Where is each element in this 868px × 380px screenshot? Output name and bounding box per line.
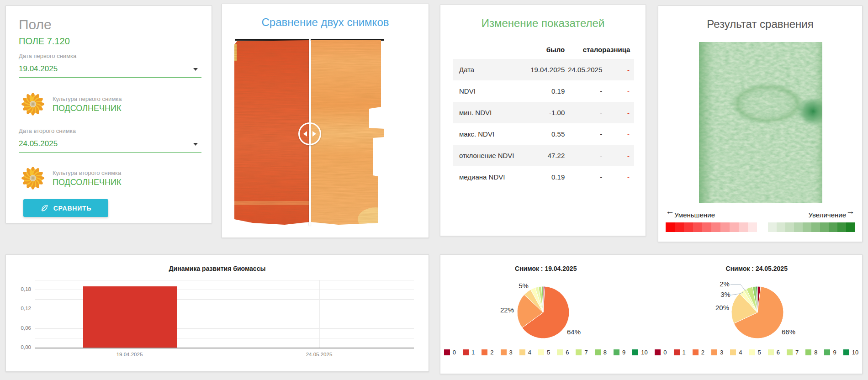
crop2-label: Культура второго снимка: [53, 169, 121, 176]
biomass-chart-title: Динамика развития биомассы: [6, 265, 429, 272]
row-label: макс. NDVI: [459, 130, 520, 138]
pie-percentage-label: 22%: [500, 306, 514, 314]
legend-color-swatch: [501, 349, 507, 355]
legend-color-swatch: [805, 349, 811, 355]
date2-value: 24.05.2025: [19, 139, 58, 148]
comparison-result-heatmap: [699, 42, 822, 203]
legend-color-swatch: [824, 349, 830, 355]
date1-label: Дата первого снимка: [19, 53, 76, 59]
crop1-value: ПОДСОЛНЕЧНИК: [53, 104, 121, 113]
increase-color-ramp: [768, 222, 855, 232]
cell-now: -: [565, 152, 602, 159]
biomass-bar: [83, 286, 177, 348]
leaf-icon: [40, 204, 49, 212]
pie-percentage-label: 5%: [519, 282, 529, 290]
col-header-diff: разница: [602, 46, 630, 53]
comparison-panel: Сравнение двух снимков: [222, 4, 429, 238]
legend-color-swatch: [730, 349, 736, 355]
legend-color-swatch: [576, 349, 582, 355]
cell-was: 19.04.2025: [520, 66, 565, 74]
ramp-cell: [777, 222, 785, 232]
biomass-bar-chart: 0,000,060,120,1819.04.202524.05.2025: [35, 280, 414, 348]
ramp-cell: [837, 222, 846, 232]
legend-color-swatch: [614, 349, 619, 355]
ndvi-comparison-dashboard: Поле ПОЛЕ 7.120 Дата первого снимка 19.0…: [0, 0, 868, 380]
pie-percentage-label: 3%: [720, 290, 730, 298]
legend-class-label: 10: [852, 349, 858, 356]
legend-color-swatch: [711, 349, 717, 355]
cell-was: -1.00: [520, 109, 565, 116]
legend-color-swatch: [595, 349, 601, 355]
ramp-cell: [666, 222, 675, 232]
legend-item: 5: [538, 349, 550, 356]
decrease-label: Уменьшение: [674, 211, 715, 219]
cell-diff: -: [602, 152, 630, 159]
legend-item: 8: [595, 349, 607, 356]
date1-select[interactable]: 19.04.2025: [19, 63, 201, 78]
pie-percentage-label: 2%: [720, 280, 730, 288]
cell-now: -: [565, 173, 602, 181]
legend-item: 2: [482, 349, 493, 356]
pie-percentage-label: 66%: [781, 328, 795, 336]
comparison-viewer: [234, 39, 385, 226]
panel-title-field: Поле: [19, 17, 52, 32]
legend-item: 9: [614, 349, 625, 356]
ramp-cell: [720, 222, 730, 232]
cell-now: -: [565, 130, 602, 138]
ramp-cell: [785, 222, 794, 232]
snapshot-image-after: [311, 40, 385, 226]
pie-chart-after: 2%3%20%66%: [651, 273, 863, 346]
decrease-color-ramp: [666, 222, 757, 232]
cell-now: -: [565, 87, 602, 95]
sunflower-icon: [21, 166, 45, 190]
cell-was: 0.19: [520, 87, 565, 95]
crop2-value: ПОДСОЛНЕЧНИК: [53, 178, 121, 187]
legend-class-label: 3: [509, 349, 513, 356]
gridline: [35, 348, 414, 348]
arrow-right-icon: →: [846, 206, 855, 216]
gridline: [35, 280, 414, 280]
compare-button[interactable]: СРАВНИТЬ: [23, 199, 108, 217]
col-header-now: стало: [565, 46, 602, 53]
ramp-cell: [739, 222, 748, 232]
row-label: NDVI: [459, 87, 520, 95]
legend-class-label: 3: [720, 349, 723, 356]
legend-class-label: 4: [528, 349, 531, 356]
comparison-slider-handle[interactable]: [298, 122, 321, 145]
legend-item: 10: [843, 349, 858, 356]
legend-class-label: 2: [701, 349, 704, 356]
legend-class-label: 5: [547, 349, 550, 356]
legend-class-label: 8: [603, 349, 607, 356]
legend-class-label: 2: [490, 349, 493, 356]
legend-color-swatch: [632, 349, 638, 355]
legend-class-label: 0: [663, 349, 667, 356]
ramp-cell: [730, 222, 739, 232]
legend-color-swatch: [519, 349, 525, 355]
legend-item: 4: [519, 349, 531, 356]
ndvi-distribution-panel: Снимок : 19.04.2025 5%22%64% 01234567891…: [440, 254, 863, 374]
y-axis-tick-label: 0,00: [7, 344, 31, 350]
pie-section-after: Снимок : 24.05.2025 2%3%20%66% 012345678…: [651, 255, 863, 374]
legend-color-swatch: [749, 349, 755, 355]
ramp-cell: [794, 222, 803, 232]
result-legend-labels: ←Уменьшение Увеличение→: [666, 209, 855, 219]
table-row: NDVI 0.19 - -: [453, 80, 634, 102]
gridline: [319, 280, 320, 348]
arrow-left-icon: [303, 131, 307, 137]
legend-color-swatch: [538, 349, 544, 355]
compare-button-label: СРАВНИТЬ: [53, 205, 92, 212]
date2-select[interactable]: 24.05.2025: [19, 137, 201, 153]
ramp-cell: [820, 222, 829, 232]
legend-class-label: 8: [814, 349, 817, 356]
chevron-down-icon: [193, 143, 198, 146]
ramp-cell: [846, 222, 855, 232]
panel-title-result: Результат сравнения: [658, 18, 862, 31]
sunflower-icon: [21, 92, 45, 116]
legend-item: 5: [749, 349, 761, 356]
legend-class-label: 4: [739, 349, 742, 356]
panel-title-comparison: Сравнение двух снимков: [222, 16, 429, 29]
legend-color-swatch: [768, 349, 774, 355]
panel-title-indicators: Изменение показателей: [440, 17, 646, 30]
ramp-cell: [748, 222, 757, 232]
ramp-cell: [768, 222, 777, 232]
